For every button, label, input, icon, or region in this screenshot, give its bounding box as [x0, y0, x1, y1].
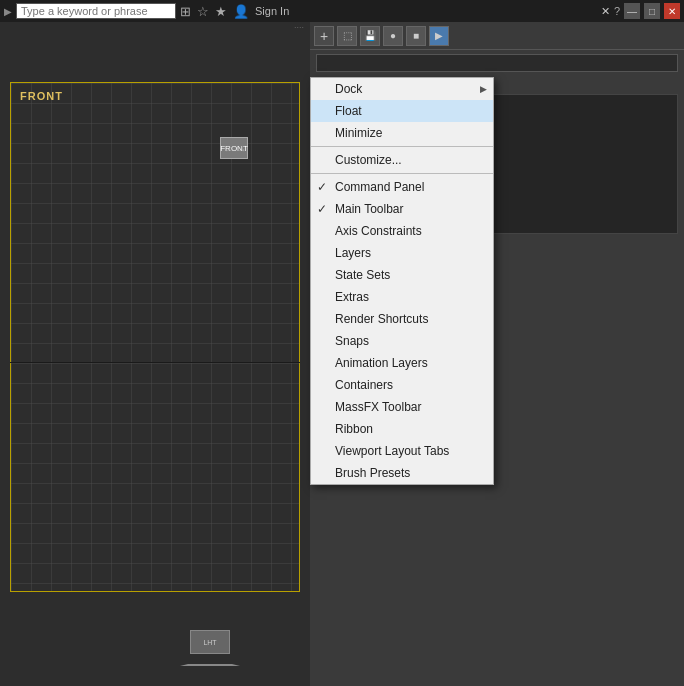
menu-item-dock[interactable]: Dock: [311, 78, 493, 100]
menu-item-float[interactable]: Float: [311, 100, 493, 122]
context-menu: DockFloatMinimizeCustomize...✓Command Pa…: [310, 77, 494, 485]
small-viewport-obj: LHT: [190, 630, 230, 654]
menu-item-label: Layers: [335, 246, 371, 260]
close-button[interactable]: ✕: [664, 3, 680, 19]
minimize-button[interactable]: —: [624, 3, 640, 19]
viewport-label: FRONT: [20, 90, 63, 102]
menu-item-minimize[interactable]: Minimize: [311, 122, 493, 144]
checkmark-icon: ✓: [317, 202, 327, 216]
menu-item-main_toolbar[interactable]: ✓Main Toolbar: [311, 198, 493, 220]
viewport-area: FRONT FRONT LHT ····: [0, 22, 310, 686]
menu-item-containers[interactable]: Containers: [311, 374, 493, 396]
question-icon[interactable]: ?: [614, 5, 620, 17]
menu-separator: [311, 146, 493, 147]
menu-item-label: Extras: [335, 290, 369, 304]
viewport-object-bottom: LHT: [180, 630, 240, 666]
menu-item-render_shortcuts[interactable]: Render Shortcuts: [311, 308, 493, 330]
menu-item-label: State Sets: [335, 268, 390, 282]
menu-item-command_panel[interactable]: ✓Command Panel: [311, 176, 493, 198]
menu-item-axis_constraints[interactable]: Axis Constraints: [311, 220, 493, 242]
menu-item-extras[interactable]: Extras: [311, 286, 493, 308]
menu-item-massfx_toolbar[interactable]: MassFX Toolbar: [311, 396, 493, 418]
viewport-grid-inner: [11, 83, 299, 591]
menu-item-label: Dock: [335, 82, 362, 96]
menu-item-label: Render Shortcuts: [335, 312, 428, 326]
context-menu-overlay: DockFloatMinimizeCustomize...✓Command Pa…: [310, 22, 684, 686]
main-area: FRONT FRONT LHT ···· + ⬚ 💾 ● ■ ▶: [0, 22, 684, 686]
small-obj-label: LHT: [203, 639, 216, 646]
title-bar-arrow: ▶: [4, 6, 12, 17]
menu-item-label: Float: [335, 104, 362, 118]
viewport-grid: [10, 82, 300, 592]
menu-item-customize[interactable]: Customize...: [311, 149, 493, 171]
menu-item-snaps[interactable]: Snaps: [311, 330, 493, 352]
menu-item-label: MassFX Toolbar: [335, 400, 421, 414]
viewport-object: FRONT: [220, 137, 248, 159]
menu-item-viewport_layout_tabs[interactable]: Viewport Layout Tabs: [311, 440, 493, 462]
obj-arrows: [195, 143, 275, 155]
menu-item-label: Ribbon: [335, 422, 373, 436]
checkmark-icon: ✓: [317, 180, 327, 194]
title-bar: ▶ ⊞ ☆ ★ 👤 Sign In ✕ ? — □ ✕: [0, 0, 684, 22]
menu-item-state_sets[interactable]: State Sets: [311, 264, 493, 286]
menu-item-ribbon[interactable]: Ribbon: [311, 418, 493, 440]
menu-item-label: Command Panel: [335, 180, 424, 194]
menu-item-brush_presets[interactable]: Brush Presets: [311, 462, 493, 484]
menu-item-label: Minimize: [335, 126, 382, 140]
help-x-icon[interactable]: ✕: [601, 5, 610, 18]
sign-in-label[interactable]: Sign In: [255, 5, 289, 17]
bookmark-icon[interactable]: ☆: [197, 4, 209, 19]
small-obj-base: [180, 654, 240, 666]
user-icon[interactable]: 👤: [233, 4, 249, 19]
menu-item-label: Viewport Layout Tabs: [335, 444, 449, 458]
search-input[interactable]: [16, 3, 176, 19]
menu-item-label: Snaps: [335, 334, 369, 348]
menu-separator: [311, 173, 493, 174]
menu-item-label: Customize...: [335, 153, 402, 167]
maximize-button[interactable]: □: [644, 3, 660, 19]
menu-item-label: Main Toolbar: [335, 202, 403, 216]
menu-item-label: Brush Presets: [335, 466, 410, 480]
star-icon[interactable]: ★: [215, 4, 227, 19]
menu-item-layers[interactable]: Layers: [311, 242, 493, 264]
menu-item-label: Containers: [335, 378, 393, 392]
menu-item-label: Axis Constraints: [335, 224, 422, 238]
viewport-hline: [10, 362, 300, 363]
search-icon[interactable]: ⊞: [180, 4, 191, 19]
title-bar-icons: ⊞ ☆ ★ 👤 Sign In: [180, 4, 289, 19]
menu-item-label: Animation Layers: [335, 356, 428, 370]
menu-item-animation_layers[interactable]: Animation Layers: [311, 352, 493, 374]
scroll-indicator: ····: [0, 22, 310, 32]
right-panel: + ⬚ 💾 ● ■ ▶ Modifier List 📌 | ⧉ 🗑 ⚙ Dock…: [310, 22, 684, 686]
